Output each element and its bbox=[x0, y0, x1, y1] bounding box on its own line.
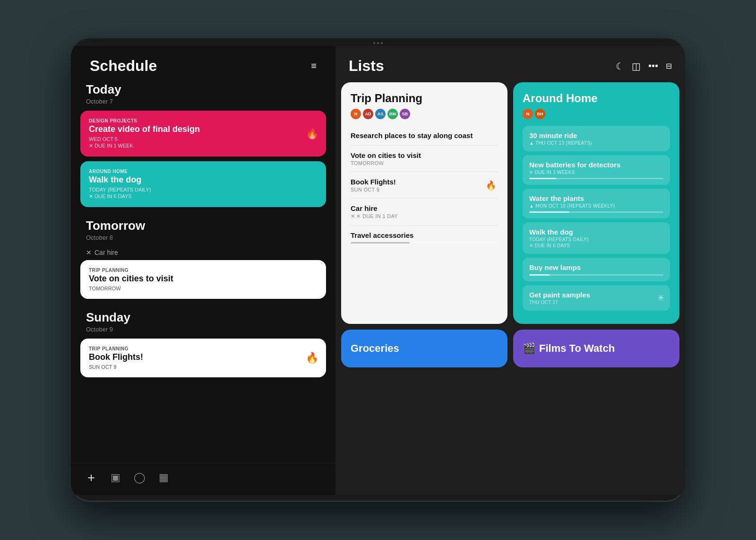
task-card-create-video[interactable]: Design Projects Create video of final de… bbox=[80, 111, 326, 157]
ah-item-paint[interactable]: Get paint samples THU OCT 27 ✳ bbox=[523, 285, 670, 311]
ah-batteries-progress bbox=[529, 178, 663, 179]
trip-item-accessories-fill bbox=[351, 242, 410, 244]
trip-item-flights-sub: SUN OCT 9 bbox=[351, 187, 498, 192]
list-card-films[interactable]: 🎬 Films To Watch bbox=[513, 330, 679, 367]
ah-item-batteries[interactable]: New batteries for detectors ✕ DUE IN 3 W… bbox=[523, 155, 670, 185]
flame-icon-book-flights: 🔥 bbox=[306, 352, 318, 364]
trip-item-vote[interactable]: Vote on cities to visit TOMORROW bbox=[351, 146, 498, 172]
flame-icon-create-video: 🔥 bbox=[306, 128, 318, 140]
day-section-tomorrow: Tomorrow October 8 ✕ Car hire Trip Plann… bbox=[80, 218, 326, 299]
snowflake-icon: ✳ bbox=[657, 293, 664, 303]
car-hire-label: Car hire bbox=[94, 249, 118, 256]
avatar-sb: SB bbox=[400, 109, 410, 119]
flame-icon-trip-flights: 🔥 bbox=[486, 180, 496, 191]
trip-item-vote-title: Vote on cities to visit bbox=[351, 151, 498, 159]
device-dots bbox=[373, 42, 383, 44]
list-card-trip-planning[interactable]: Trip Planning N AD AS BM SB Research pla… bbox=[341, 82, 507, 324]
avatar-ah-n: N bbox=[523, 109, 533, 119]
ah-batteries-due: ✕ DUE IN 3 WEEKS bbox=[529, 170, 663, 175]
task-title-create-video: Create video of final design bbox=[89, 124, 318, 134]
avatar-bm: BM bbox=[387, 109, 398, 119]
ah-item-ride[interactable]: 30 minute ride ▲ THU OCT 13 (REPEATS) bbox=[523, 126, 670, 151]
trip-item-flights[interactable]: Book Flights! SUN OCT 9 🔥 bbox=[351, 172, 498, 199]
ah-plants-fill bbox=[529, 211, 569, 213]
car-hire-inline: ✕ Car hire bbox=[80, 247, 326, 260]
split-icon[interactable]: ◫ bbox=[632, 61, 641, 72]
trip-item-carhire-title: Car hire bbox=[351, 204, 498, 212]
trip-item-accessories-progress bbox=[351, 242, 498, 244]
trip-planning-header: Trip Planning N AD AS BM SB bbox=[351, 92, 498, 119]
task-title-vote-cities: Vote on cities to visit bbox=[89, 274, 318, 284]
task-sub-book-flights: Trip Planning bbox=[89, 346, 318, 351]
device-frame: Schedule ≡ Today October 7 Design Projec… bbox=[71, 38, 685, 502]
lists-content: Trip Planning N AD AS BM SB Research pla… bbox=[335, 82, 685, 495]
trip-item-carhire[interactable]: Car hire ✕ ✕ DUE IN 1 DAY bbox=[351, 199, 498, 226]
car-hire-flag: ✕ bbox=[86, 249, 92, 256]
films-title: Films To Watch bbox=[539, 342, 615, 355]
trip-item-accessories[interactable]: Travel accessories bbox=[351, 226, 498, 249]
dot-1 bbox=[373, 42, 375, 44]
calendar-icon[interactable]: ▦ bbox=[159, 471, 169, 484]
trip-item-flights-title: Book Flights! bbox=[351, 178, 498, 186]
ah-batteries-fill bbox=[529, 178, 556, 179]
trip-item-research[interactable]: Research places to stay along coast bbox=[351, 126, 498, 146]
dot-2 bbox=[377, 42, 379, 44]
lists-grid: Trip Planning N AD AS BM SB Research pla… bbox=[341, 82, 679, 324]
lists-title: Lists bbox=[349, 57, 384, 75]
task-card-vote-cities[interactable]: Trip Planning Vote on cities to visit TO… bbox=[80, 260, 326, 299]
lists-header: Lists ☾ ◫ ••• ⊟ bbox=[335, 46, 685, 82]
ah-item-walkdog[interactable]: Walk the dog TODAY (REPEATS DAILY) ✕ DUE… bbox=[523, 222, 670, 254]
ah-ride-title: 30 minute ride bbox=[529, 131, 663, 139]
schedule-header: Schedule ≡ bbox=[71, 46, 335, 82]
moon-icon[interactable]: ☾ bbox=[616, 61, 624, 72]
flag-carhire: ✕ bbox=[351, 213, 355, 219]
ah-lamps-fill bbox=[529, 274, 550, 276]
ah-paint-sub: THU OCT 27 bbox=[529, 300, 663, 305]
filter-icon[interactable]: ≡ bbox=[311, 61, 317, 71]
task-card-book-flights[interactable]: Trip Planning Book Flights! SUN OCT 9 🔥 bbox=[80, 339, 326, 377]
groceries-title: Groceries bbox=[351, 342, 399, 355]
avatar-ah-bh: BH bbox=[535, 109, 545, 119]
day-label-today: Today bbox=[80, 82, 326, 97]
ah-item-plants[interactable]: Water the plants ▲ MON OCT 10 (REPEATS W… bbox=[523, 189, 670, 218]
around-home-header: Around Home N BH bbox=[523, 92, 670, 119]
schedule-content: Today October 7 Design Projects Create v… bbox=[71, 82, 335, 463]
ah-lamps-progress bbox=[529, 274, 663, 276]
ah-plants-sub: ▲ MON OCT 10 (REPEATS WEEKLY) bbox=[529, 203, 663, 209]
list-card-groceries[interactable]: Groceries bbox=[341, 330, 507, 367]
list-icon[interactable]: ▣ bbox=[111, 471, 120, 484]
task-card-walk-dog[interactable]: Around Home Walk the dog TODAY (REPEATS … bbox=[80, 161, 326, 207]
day-section-today: Today October 7 Design Projects Create v… bbox=[80, 82, 326, 207]
more-icon[interactable]: ••• bbox=[648, 61, 658, 71]
around-home-avatars: N BH bbox=[523, 109, 670, 119]
trip-planning-title: Trip Planning bbox=[351, 92, 498, 105]
dot-3 bbox=[381, 42, 383, 44]
task-meta-book-flights: SUN OCT 9 bbox=[89, 364, 318, 370]
device-top-bar bbox=[71, 38, 685, 46]
task-sub-vote-cities: Trip Planning bbox=[89, 268, 318, 273]
task-sub-walk-dog: Around Home bbox=[89, 169, 318, 174]
ah-ride-sub: ▲ THU OCT 13 (REPEATS) bbox=[529, 140, 663, 146]
films-emoji: 🎬 bbox=[523, 342, 535, 355]
day-section-sunday: Sunday October 9 Trip Planning Book Flig… bbox=[80, 310, 326, 377]
search-icon[interactable]: ◯ bbox=[134, 471, 146, 484]
task-title-walk-dog: Walk the dog bbox=[89, 175, 318, 185]
ah-plants-progress bbox=[529, 211, 663, 213]
schedule-panel: Schedule ≡ Today October 7 Design Projec… bbox=[71, 46, 335, 495]
task-due-walk-dog: ✕ DUE IN 6 DAYS bbox=[89, 193, 318, 200]
trip-item-carhire-due: ✕ ✕ DUE IN 1 DAY bbox=[351, 213, 498, 219]
add-icon[interactable]: ＋ bbox=[85, 469, 97, 486]
schedule-footer: ＋ ▣ ◯ ▦ bbox=[71, 463, 335, 495]
day-date-today: October 7 bbox=[80, 98, 326, 105]
trip-planning-avatars: N AD AS BM SB bbox=[351, 109, 498, 119]
task-meta-create-video: WED OCT 5 bbox=[89, 136, 318, 142]
ah-walkdog-due: ✕ DUE IN 6 DAYS bbox=[529, 243, 663, 248]
trip-item-accessories-title: Travel accessories bbox=[351, 231, 498, 239]
layout-icon[interactable]: ⊟ bbox=[666, 61, 672, 70]
ah-item-lamps[interactable]: Buy new lamps bbox=[523, 258, 670, 281]
ah-lamps-title: Buy new lamps bbox=[529, 263, 663, 271]
lists-header-icons: ☾ ◫ ••• ⊟ bbox=[616, 61, 672, 72]
task-title-book-flights: Book Flights! bbox=[89, 352, 318, 362]
avatar-as: AS bbox=[375, 109, 386, 119]
list-card-around-home[interactable]: Around Home N BH 30 minute ride ▲ THU OC… bbox=[513, 82, 679, 324]
